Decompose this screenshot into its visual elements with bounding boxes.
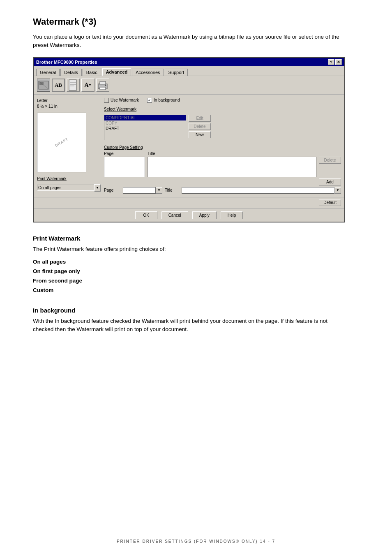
- tabs-row: General Details Basic Advanced Accessori…: [34, 66, 344, 76]
- help-title-btn[interactable]: ?: [328, 59, 334, 65]
- page-footer: PRINTER DRIVER SETTINGS (FOR WINDOWS® ON…: [0, 539, 392, 544]
- page-dropdown-arrow[interactable]: ▼: [156, 187, 162, 194]
- print-watermark-dropdown: On all pages ▼: [37, 184, 101, 192]
- intro-text: You can place a logo or text into your d…: [33, 33, 345, 50]
- use-watermark-checkbox[interactable]: [104, 98, 109, 103]
- custom-page-label: Custom Page Setting: [104, 145, 341, 150]
- titlebar-buttons: ? ✕: [328, 59, 342, 65]
- in-background-label[interactable]: In background: [147, 98, 180, 103]
- ab-icon[interactable]: AB: [52, 79, 65, 92]
- dialog-content: Letter 8 ½ × 11 in DRAFT Print Watermark…: [34, 95, 344, 197]
- svg-rect-8: [100, 81, 106, 85]
- tab-accessories[interactable]: Accessories: [132, 69, 164, 76]
- print-watermark-heading: Print Watermark: [33, 235, 359, 242]
- use-watermark-text: Use Watermark: [111, 98, 139, 102]
- select-watermark-label: Select Watermark: [104, 107, 341, 111]
- print-watermark-arrow[interactable]: ▼: [94, 184, 101, 192]
- title-input-field[interactable]: [182, 187, 334, 194]
- watermark-list-area: CONFIDENTIAL COPY DRAFT Edit Delete New: [104, 115, 341, 140]
- toolbar-row: AB A▼: [34, 76, 344, 95]
- tab-support[interactable]: Support: [165, 69, 188, 76]
- custom-table-body: [104, 157, 316, 177]
- list-item-draft[interactable]: DRAFT: [104, 126, 186, 131]
- watermark-side-buttons: Edit Delete New: [189, 115, 211, 140]
- page-title: Watermark (*3): [33, 16, 359, 27]
- watermark-options-row: Use Watermark In background: [104, 98, 341, 103]
- dialog-action-row: OK Cancel Apply Help: [34, 208, 344, 222]
- page-input-field[interactable]: [123, 187, 156, 194]
- in-background-body: With the In background feature checked t…: [33, 317, 345, 334]
- list-item-confidential[interactable]: CONFIDENTIAL: [104, 115, 186, 120]
- col-title-header: Title: [148, 151, 341, 156]
- title-dropdown-arrow[interactable]: ▼: [334, 187, 341, 194]
- page-input-label: Page: [104, 188, 120, 192]
- svg-rect-9: [100, 87, 106, 90]
- col-page-header: Page: [104, 151, 145, 156]
- watermark-listbox[interactable]: CONFIDENTIAL COPY DRAFT: [104, 115, 186, 140]
- left-panel: Letter 8 ½ × 11 in DRAFT Print Watermark…: [37, 98, 101, 194]
- custom-page-listbox[interactable]: [104, 157, 145, 177]
- title-input-label: Title: [165, 188, 179, 192]
- default-button[interactable]: Default: [319, 199, 341, 206]
- tab-general[interactable]: General: [36, 69, 60, 76]
- print-watermark-body: The Print Watermark feature offers print…: [33, 245, 345, 253]
- tab-advanced[interactable]: Advanced: [102, 68, 131, 76]
- watermark-preview-text: DRAFT: [54, 137, 69, 148]
- ok-button[interactable]: OK: [135, 211, 157, 219]
- cancel-button[interactable]: Cancel: [161, 211, 188, 219]
- help-button[interactable]: Help: [221, 211, 243, 219]
- use-watermark-label[interactable]: Use Watermark: [104, 98, 139, 103]
- dialog-bottom: Default: [34, 197, 344, 208]
- landscape-icon[interactable]: [37, 79, 50, 92]
- add-button[interactable]: Add: [319, 178, 341, 185]
- paper-size: Letter: [37, 98, 101, 104]
- list-item-copy[interactable]: COPY: [104, 120, 186, 126]
- print-watermark-section: Print Watermark The Print Watermark feat…: [33, 235, 359, 295]
- print-watermark-label: Print Watermark: [37, 176, 101, 181]
- print-watermark-select[interactable]: On all pages: [37, 185, 94, 191]
- list-second-page: From second page: [33, 276, 359, 286]
- font-a-icon[interactable]: A▼: [81, 79, 95, 92]
- in-background-heading: In background: [33, 307, 359, 314]
- close-title-btn[interactable]: ✕: [335, 59, 342, 65]
- paper-dims: 8 ½ × 11 in: [37, 104, 101, 109]
- tab-details[interactable]: Details: [60, 69, 82, 76]
- paper-info: Letter 8 ½ × 11 in: [37, 98, 101, 109]
- in-background-section: In background With the In background fea…: [33, 307, 359, 334]
- portrait-icon[interactable]: [67, 79, 80, 92]
- delete-button2[interactable]: Delete: [319, 157, 341, 164]
- in-background-text: In background: [154, 98, 180, 102]
- list-on-all-pages: On all pages: [33, 257, 359, 267]
- delete-button[interactable]: Delete: [189, 123, 211, 130]
- right-panel: Use Watermark In background Select Water…: [104, 98, 341, 194]
- tab-basic[interactable]: Basic: [83, 69, 101, 76]
- paper-preview: DRAFT: [37, 113, 86, 172]
- custom-page-section: Custom Page Setting Page Title Delete: [104, 145, 341, 194]
- dialog-title: Brother MFC9800 Properties: [36, 60, 97, 65]
- dialog-box: Brother MFC9800 Properties ? ✕ General D…: [33, 57, 345, 222]
- print-watermark-list: On all pages On first page only From sec…: [33, 257, 359, 295]
- custom-table-header: Page Title: [104, 151, 341, 156]
- custom-side-buttons: Delete: [319, 157, 341, 164]
- svg-point-10: [105, 85, 106, 86]
- apply-button[interactable]: Apply: [192, 211, 217, 219]
- edit-button[interactable]: Edit: [189, 115, 211, 122]
- print-queue-icon[interactable]: [96, 79, 109, 92]
- custom-input-row: Page ▼ Title ▼: [104, 187, 341, 194]
- in-background-checkbox[interactable]: [147, 98, 152, 103]
- list-first-page-only: On first page only: [33, 267, 359, 276]
- list-custom: Custom: [33, 286, 359, 295]
- dialog-titlebar: Brother MFC9800 Properties ? ✕: [34, 58, 344, 66]
- custom-title-listbox[interactable]: [148, 157, 316, 177]
- new-button[interactable]: New: [189, 131, 211, 138]
- svg-rect-3: [69, 80, 76, 90]
